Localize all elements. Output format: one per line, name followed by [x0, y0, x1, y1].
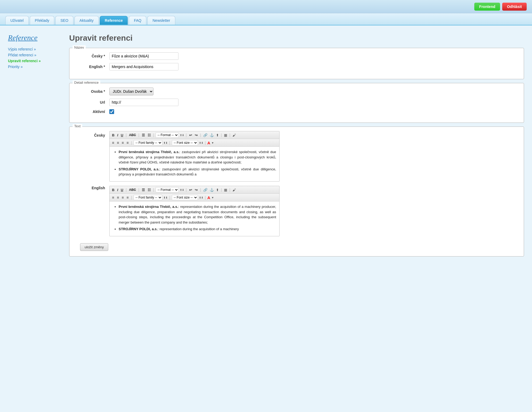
nav-tab-seo[interactable]: SEO [55, 16, 73, 25]
osoba-label: Osoba * [75, 89, 109, 94]
cesky-align-center[interactable]: ≡ [116, 140, 120, 145]
nazev-section: Název Česky * English * [69, 48, 524, 79]
cesky-input[interactable] [109, 52, 178, 60]
cesky-abc-btn[interactable]: ABC [128, 133, 137, 137]
english-color-arrow: ▼ [211, 196, 214, 199]
english-color-a[interactable]: A [207, 195, 210, 200]
english-editor-content[interactable]: První brněnská strojírna Třebíč, a.s.: r… [110, 201, 279, 236]
nav-tab-preklady[interactable]: Překlady [30, 16, 54, 25]
english-undo-btn[interactable]: ↩ [188, 188, 193, 192]
cesky-sep7: | [229, 133, 230, 137]
nav-tab-uzivatel[interactable]: Uživatel [5, 16, 29, 25]
cesky-sep3: | [153, 133, 154, 137]
cesky-align-left[interactable]: ≡ [111, 140, 115, 145]
save-button[interactable]: uložit změny [80, 243, 108, 251]
page-title: Upravit referenci [69, 33, 524, 43]
english-toolbar: B I U | ABC | ☰ ☷ | -- Format -- ⬆⬇ | [110, 186, 279, 194]
english-input[interactable] [109, 63, 178, 70]
english-label: English * [75, 65, 109, 69]
english-sep9: | [169, 195, 170, 200]
cesky-italic-btn[interactable]: I [116, 133, 119, 137]
cesky-table-icon[interactable]: ▦ [223, 133, 228, 137]
sidebar-link-upravit[interactable]: Upravit referenci » [8, 58, 61, 64]
english-sep1: | [126, 188, 127, 192]
cesky-underline-btn[interactable]: U [120, 133, 124, 137]
cesky-format-arrow: ⬆⬇ [180, 134, 184, 137]
frontend-button[interactable]: Frontend [474, 3, 500, 11]
english-align-justify[interactable]: ≡ [126, 195, 130, 200]
sidebar-link-priority[interactable]: Priority » [8, 64, 61, 70]
cesky-anchor-icon[interactable]: ⚓ [209, 133, 214, 137]
url-input[interactable] [109, 99, 178, 106]
nav-tab-reference[interactable]: Reference [100, 16, 128, 25]
nazev-legend: Název [73, 45, 86, 49]
cesky-clean-icon[interactable]: 🖌 [232, 133, 236, 137]
cesky-row: Česky * [75, 52, 518, 60]
english-ul-btn[interactable]: ☰ [141, 188, 146, 192]
cesky-bold-btn[interactable]: B [111, 133, 115, 137]
english-link-icon[interactable]: 🔗 [203, 188, 208, 192]
english-sep10: | [205, 195, 206, 200]
cesky-redo-btn[interactable]: ↪ [194, 133, 198, 137]
english-align-right[interactable]: ≡ [121, 195, 124, 200]
english-anchor-icon[interactable]: ⚓ [209, 188, 214, 192]
url-label: Url [75, 100, 109, 104]
aktivni-checkbox[interactable] [109, 109, 114, 114]
nav-bar: Uživatel Překlady SEO Aktuality Referenc… [0, 13, 532, 26]
english-underline-btn[interactable]: U [120, 188, 124, 192]
english-clean-icon[interactable]: 🖌 [232, 188, 236, 192]
cesky-toolbar2: ≡ ≡ ≡ ≡ | -- Font family -- ⬆⬇ | -- Font… [110, 139, 279, 147]
cesky-ul-btn[interactable]: ☰ [141, 133, 146, 137]
cesky-fs-arrow: ⬆⬇ [199, 141, 203, 144]
cesky-color-a[interactable]: A [207, 141, 210, 145]
english-fontsize-select[interactable]: -- Font size -- [172, 195, 198, 200]
english-editor-label: English [75, 186, 109, 190]
sidebar-link-pridat[interactable]: Přidat referenci » [8, 52, 61, 58]
english-bold-btn[interactable]: B [111, 188, 115, 192]
english-italic-btn[interactable]: I [116, 188, 119, 192]
cesky-align-justify[interactable]: ≡ [126, 140, 130, 145]
english-ol-btn[interactable]: ☷ [147, 188, 152, 192]
main-layout: Reference Výpis referencí » Přidat refer… [0, 26, 532, 268]
cesky-ol-btn[interactable]: ☷ [147, 133, 152, 137]
sidebar-link-vypis[interactable]: Výpis referencí » [8, 46, 61, 52]
aktivni-row: Aktivní [75, 109, 518, 114]
english-sep7: | [229, 188, 230, 192]
sidebar-title[interactable]: Reference [8, 33, 61, 42]
osoba-select[interactable]: JUDr. Dušan Dvořák [109, 87, 153, 95]
cesky-label: Česky * [75, 54, 109, 58]
english-fontfamily-select[interactable]: -- Font family -- [134, 195, 162, 200]
english-align-left[interactable]: ≡ [111, 195, 115, 200]
cesky-upload-icon[interactable]: ⬆ [215, 133, 219, 137]
cesky-sep8: | [131, 141, 132, 145]
nav-tab-faq[interactable]: FAQ [129, 16, 146, 25]
cesky-link-icon[interactable]: 🔗 [203, 133, 208, 137]
cesky-format-select[interactable]: -- Format -- [156, 132, 179, 138]
cesky-ff-arrow: ⬆⬇ [163, 141, 168, 144]
cesky-editor-content[interactable]: První brněnská strojírna Třebíč, a.s.: z… [110, 147, 279, 181]
english-format-select[interactable]: -- Format -- [156, 187, 179, 192]
sidebar: Reference Výpis referencí » Přidat refer… [8, 33, 61, 260]
cesky-sep6: | [221, 133, 222, 137]
english-redo-btn[interactable]: ↪ [194, 188, 198, 192]
english-sep2: | [138, 188, 139, 192]
english-ff-arrow: ⬆⬇ [163, 196, 168, 199]
english-table-icon[interactable]: ▦ [223, 188, 228, 192]
cesky-sep2: | [138, 133, 139, 137]
nav-tab-newsletter[interactable]: Newsletter [147, 16, 175, 25]
english-toolbar2: ≡ ≡ ≡ ≡ | -- Font family -- ⬆⬇ | -- Font… [110, 194, 279, 201]
english-align-center[interactable]: ≡ [116, 195, 120, 200]
detail-section: Detail reference Osoba * JUDr. Dušan Dvo… [69, 83, 524, 123]
url-row: Url [75, 99, 518, 106]
text-legend: Text [73, 124, 82, 128]
english-abc-btn[interactable]: ABC [128, 188, 137, 192]
top-bar: Frontend Odhlásit [0, 0, 532, 13]
nav-tab-aktuality[interactable]: Aktuality [74, 16, 99, 25]
english-upload-icon[interactable]: ⬆ [215, 188, 219, 192]
cesky-undo-btn[interactable]: ↩ [188, 133, 193, 137]
odhlasit-button[interactable]: Odhlásit [502, 3, 527, 11]
cesky-align-right[interactable]: ≡ [121, 140, 124, 145]
cesky-fontfamily-select[interactable]: -- Font family -- [134, 140, 162, 145]
content: Upravit referenci Název Česky * English … [69, 33, 524, 260]
cesky-fontsize-select[interactable]: -- Font size -- [172, 140, 198, 145]
